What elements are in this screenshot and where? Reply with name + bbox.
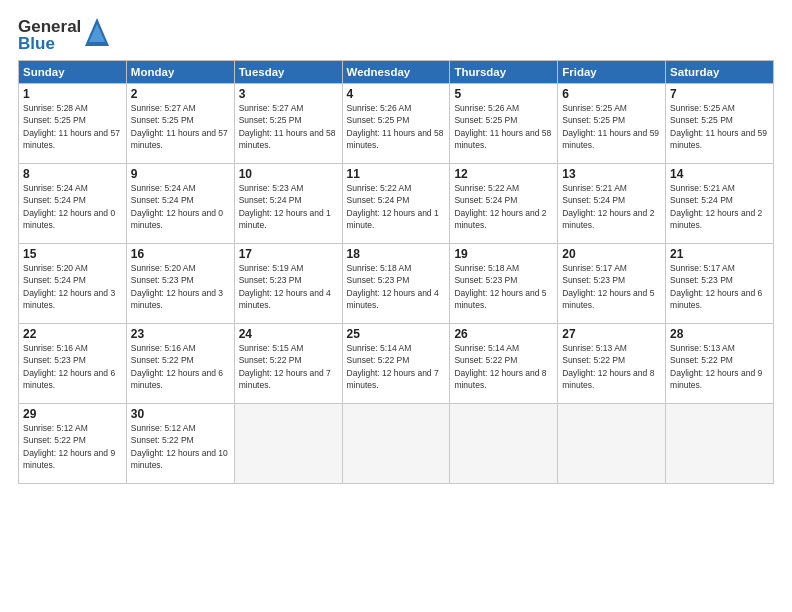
day-number: 5 [454,87,553,101]
day-number: 9 [131,167,230,181]
day-number: 25 [347,327,446,341]
day-number: 15 [23,247,122,261]
day-info: Sunrise: 5:15 AMSunset: 5:22 PMDaylight:… [239,342,338,391]
calendar-week-4: 22Sunrise: 5:16 AMSunset: 5:23 PMDayligh… [19,324,774,404]
day-info: Sunrise: 5:13 AMSunset: 5:22 PMDaylight:… [670,342,769,391]
logo-blue-text: Blue [18,35,81,52]
calendar-header-thursday: Thursday [450,61,558,84]
page: General Blue SundayMondayTuesdayWednesda… [0,0,792,612]
day-number: 13 [562,167,661,181]
calendar-header-row: SundayMondayTuesdayWednesdayThursdayFrid… [19,61,774,84]
calendar-week-2: 8Sunrise: 5:24 AMSunset: 5:24 PMDaylight… [19,164,774,244]
day-cell-23: 23Sunrise: 5:16 AMSunset: 5:22 PMDayligh… [126,324,234,404]
day-cell-13: 13Sunrise: 5:21 AMSunset: 5:24 PMDayligh… [558,164,666,244]
day-info: Sunrise: 5:28 AMSunset: 5:25 PMDaylight:… [23,102,122,151]
day-info: Sunrise: 5:27 AMSunset: 5:25 PMDaylight:… [239,102,338,151]
day-number: 7 [670,87,769,101]
day-info: Sunrise: 5:25 AMSunset: 5:25 PMDaylight:… [670,102,769,151]
day-number: 17 [239,247,338,261]
day-info: Sunrise: 5:21 AMSunset: 5:24 PMDaylight:… [562,182,661,231]
day-cell-17: 17Sunrise: 5:19 AMSunset: 5:23 PMDayligh… [234,244,342,324]
day-number: 4 [347,87,446,101]
day-cell-26: 26Sunrise: 5:14 AMSunset: 5:22 PMDayligh… [450,324,558,404]
day-cell-15: 15Sunrise: 5:20 AMSunset: 5:24 PMDayligh… [19,244,127,324]
day-info: Sunrise: 5:22 AMSunset: 5:24 PMDaylight:… [454,182,553,231]
day-number: 18 [347,247,446,261]
day-number: 14 [670,167,769,181]
calendar-header-wednesday: Wednesday [342,61,450,84]
calendar-table: SundayMondayTuesdayWednesdayThursdayFrid… [18,60,774,484]
day-number: 22 [23,327,122,341]
logo-triangle-icon [83,16,111,50]
empty-cell [342,404,450,484]
logo-general-text: General [18,18,81,35]
day-cell-5: 5Sunrise: 5:26 AMSunset: 5:25 PMDaylight… [450,84,558,164]
day-number: 8 [23,167,122,181]
day-info: Sunrise: 5:18 AMSunset: 5:23 PMDaylight:… [347,262,446,311]
day-cell-18: 18Sunrise: 5:18 AMSunset: 5:23 PMDayligh… [342,244,450,324]
day-info: Sunrise: 5:26 AMSunset: 5:25 PMDaylight:… [347,102,446,151]
day-info: Sunrise: 5:22 AMSunset: 5:24 PMDaylight:… [347,182,446,231]
day-cell-4: 4Sunrise: 5:26 AMSunset: 5:25 PMDaylight… [342,84,450,164]
day-cell-8: 8Sunrise: 5:24 AMSunset: 5:24 PMDaylight… [19,164,127,244]
day-number: 6 [562,87,661,101]
day-number: 19 [454,247,553,261]
logo: General Blue [18,18,111,52]
day-info: Sunrise: 5:12 AMSunset: 5:22 PMDaylight:… [131,422,230,471]
day-number: 26 [454,327,553,341]
day-cell-22: 22Sunrise: 5:16 AMSunset: 5:23 PMDayligh… [19,324,127,404]
day-cell-9: 9Sunrise: 5:24 AMSunset: 5:24 PMDaylight… [126,164,234,244]
day-info: Sunrise: 5:19 AMSunset: 5:23 PMDaylight:… [239,262,338,311]
calendar-week-1: 1Sunrise: 5:28 AMSunset: 5:25 PMDaylight… [19,84,774,164]
day-info: Sunrise: 5:20 AMSunset: 5:24 PMDaylight:… [23,262,122,311]
day-cell-7: 7Sunrise: 5:25 AMSunset: 5:25 PMDaylight… [666,84,774,164]
day-cell-27: 27Sunrise: 5:13 AMSunset: 5:22 PMDayligh… [558,324,666,404]
day-cell-19: 19Sunrise: 5:18 AMSunset: 5:23 PMDayligh… [450,244,558,324]
day-number: 21 [670,247,769,261]
day-cell-24: 24Sunrise: 5:15 AMSunset: 5:22 PMDayligh… [234,324,342,404]
day-cell-3: 3Sunrise: 5:27 AMSunset: 5:25 PMDaylight… [234,84,342,164]
day-cell-16: 16Sunrise: 5:20 AMSunset: 5:23 PMDayligh… [126,244,234,324]
calendar-header-monday: Monday [126,61,234,84]
empty-cell [666,404,774,484]
calendar-week-3: 15Sunrise: 5:20 AMSunset: 5:24 PMDayligh… [19,244,774,324]
day-info: Sunrise: 5:12 AMSunset: 5:22 PMDaylight:… [23,422,122,471]
empty-cell [558,404,666,484]
day-info: Sunrise: 5:13 AMSunset: 5:22 PMDaylight:… [562,342,661,391]
day-info: Sunrise: 5:16 AMSunset: 5:22 PMDaylight:… [131,342,230,391]
calendar-week-5: 29Sunrise: 5:12 AMSunset: 5:22 PMDayligh… [19,404,774,484]
day-number: 24 [239,327,338,341]
day-info: Sunrise: 5:14 AMSunset: 5:22 PMDaylight:… [347,342,446,391]
day-number: 28 [670,327,769,341]
day-number: 23 [131,327,230,341]
day-cell-6: 6Sunrise: 5:25 AMSunset: 5:25 PMDaylight… [558,84,666,164]
day-number: 11 [347,167,446,181]
empty-cell [450,404,558,484]
day-cell-30: 30Sunrise: 5:12 AMSunset: 5:22 PMDayligh… [126,404,234,484]
day-info: Sunrise: 5:18 AMSunset: 5:23 PMDaylight:… [454,262,553,311]
day-number: 2 [131,87,230,101]
empty-cell [234,404,342,484]
day-info: Sunrise: 5:21 AMSunset: 5:24 PMDaylight:… [670,182,769,231]
day-number: 3 [239,87,338,101]
day-info: Sunrise: 5:24 AMSunset: 5:24 PMDaylight:… [23,182,122,231]
day-cell-14: 14Sunrise: 5:21 AMSunset: 5:24 PMDayligh… [666,164,774,244]
day-info: Sunrise: 5:25 AMSunset: 5:25 PMDaylight:… [562,102,661,151]
calendar-header-tuesday: Tuesday [234,61,342,84]
day-info: Sunrise: 5:14 AMSunset: 5:22 PMDaylight:… [454,342,553,391]
day-cell-1: 1Sunrise: 5:28 AMSunset: 5:25 PMDaylight… [19,84,127,164]
day-cell-20: 20Sunrise: 5:17 AMSunset: 5:23 PMDayligh… [558,244,666,324]
day-info: Sunrise: 5:23 AMSunset: 5:24 PMDaylight:… [239,182,338,231]
day-info: Sunrise: 5:24 AMSunset: 5:24 PMDaylight:… [131,182,230,231]
day-cell-28: 28Sunrise: 5:13 AMSunset: 5:22 PMDayligh… [666,324,774,404]
day-info: Sunrise: 5:17 AMSunset: 5:23 PMDaylight:… [562,262,661,311]
day-number: 16 [131,247,230,261]
day-cell-25: 25Sunrise: 5:14 AMSunset: 5:22 PMDayligh… [342,324,450,404]
day-number: 27 [562,327,661,341]
day-number: 12 [454,167,553,181]
header: General Blue [18,18,774,52]
day-cell-11: 11Sunrise: 5:22 AMSunset: 5:24 PMDayligh… [342,164,450,244]
day-info: Sunrise: 5:17 AMSunset: 5:23 PMDaylight:… [670,262,769,311]
day-cell-29: 29Sunrise: 5:12 AMSunset: 5:22 PMDayligh… [19,404,127,484]
calendar-header-friday: Friday [558,61,666,84]
